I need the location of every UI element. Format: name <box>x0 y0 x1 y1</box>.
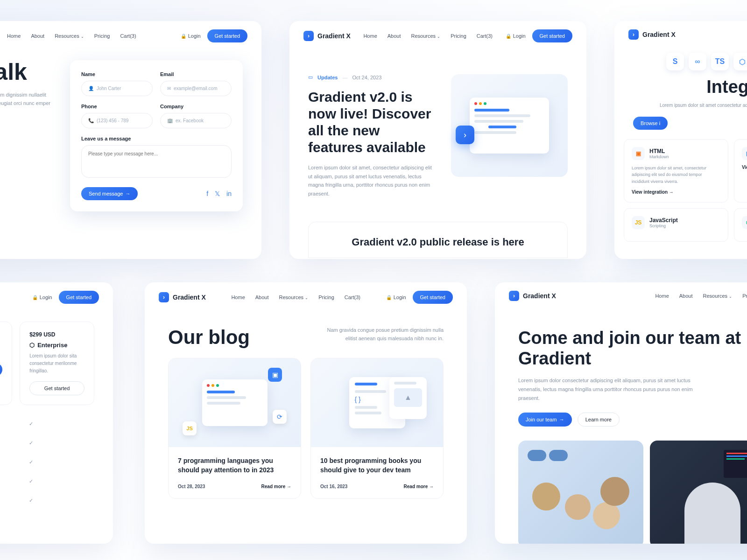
user-icon: 👤 <box>88 86 94 91</box>
phone-label: Phone <box>81 104 153 109</box>
plan-price: $299 USD <box>29 331 85 338</box>
plan-desc: fringillao vel. <box>0 342 2 357</box>
login-link[interactable]: 🔒Login <box>181 33 201 39</box>
learn-more-button[interactable]: Learn more <box>578 413 620 427</box>
contact-desc: posuere pretium dignissim nullaelit uada… <box>0 91 51 116</box>
update-title: Gradient v2.0 is now live! Discover all … <box>308 89 437 156</box>
contact-phone-label: l <box>0 147 51 153</box>
read-more-link[interactable]: Read more <box>261 484 291 489</box>
chevron-down-icon <box>729 294 732 299</box>
phone-icon: 📞 <box>88 118 94 123</box>
nav-about[interactable]: About <box>679 293 693 299</box>
nav-home[interactable]: Home <box>231 294 245 300</box>
blog-illustration: ▣ JS ⟳ <box>169 358 301 447</box>
twitter-icon[interactable]: 𝕏 <box>215 190 220 197</box>
nav-resources[interactable]: Resources <box>411 33 441 39</box>
integrations-desc: Lorem ipsum dolor sit amet consectetur a… <box>633 102 747 109</box>
node-icon: ⬡ <box>742 216 747 229</box>
nav-pricing[interactable]: Pricing <box>94 33 110 39</box>
chevron-down-icon <box>305 296 308 300</box>
css-icon: ▣ <box>742 147 747 160</box>
get-started-button[interactable]: Get started <box>413 291 453 304</box>
nav: ›Gradient X Home About Resourc <box>614 21 747 48</box>
login-link[interactable]: 🔒Login <box>32 294 52 300</box>
login-link[interactable]: 🔒Login <box>506 33 526 39</box>
read-more-link[interactable]: Read more <box>404 484 434 489</box>
send-message-button[interactable]: Send message <box>81 187 138 200</box>
logo-icon: › <box>628 29 639 40</box>
nav-cart[interactable]: Cart(3) <box>120 33 136 39</box>
nav-about[interactable]: About <box>31 33 44 39</box>
python-badge-icon: ⟳ <box>273 410 287 424</box>
logo[interactable]: ›Gradient X <box>303 31 351 41</box>
building-icon: 🏢 <box>167 118 173 123</box>
nav: ›Gradient X Home About Resources Pricing… <box>495 282 747 309</box>
update-desc: Lorem ipsum dolor sit amet, consectetur … <box>308 163 437 198</box>
blog-post-card[interactable]: ▣ JS ⟳ 7 programming languages you shoul… <box>168 358 301 499</box>
nav-home[interactable]: Home <box>363 33 377 39</box>
facebook-icon[interactable]: f <box>206 190 208 197</box>
email-input[interactable]: ✉example@email.com <box>160 81 232 96</box>
blog-post-title: 10 best programming books you should giv… <box>320 456 434 475</box>
feature-check: ✓ <box>0 472 94 491</box>
blog-post-date: Oct 16, 2023 <box>320 484 347 489</box>
nav-pricing[interactable]: Pricing <box>742 293 747 299</box>
feature-check: ✓ <box>0 414 94 434</box>
get-started-button[interactable]: Get started <box>207 29 247 42</box>
nav: ›Gradient X Home About Resources Pricing… <box>289 21 586 51</box>
ts-icon: TS <box>711 53 729 70</box>
logo[interactable]: ›Gradient X <box>159 292 206 302</box>
nav-about[interactable]: About <box>388 33 401 39</box>
nav-home[interactable]: Home <box>655 293 669 299</box>
mail-icon: ✉ <box>167 86 171 91</box>
integration-card-css[interactable]: ▣ CSSVisual View integratio <box>734 139 747 203</box>
lock-icon: 🔒 <box>506 34 511 39</box>
email-label: Email <box>160 71 232 77</box>
join-team-button[interactable]: Join our team <box>518 413 572 427</box>
phone-input[interactable]: 📞(123) 456 - 789 <box>81 113 153 128</box>
name-input[interactable]: 👤John Carter <box>81 81 153 96</box>
integration-card-js[interactable]: JS JavaScriptScripting <box>624 208 728 242</box>
blog-page-card: ›Gradient X Home About Resources Pricing… <box>145 282 467 544</box>
update-illustration: › <box>451 74 568 177</box>
nav-cart[interactable]: Cart(3) <box>345 294 360 300</box>
plan-name-s: s <box>0 331 2 338</box>
get-started-button[interactable]: Get started <box>59 291 99 304</box>
nav-pricing[interactable]: Pricing <box>451 33 466 39</box>
nav-home[interactable]: Home <box>7 33 21 39</box>
blog-title: Our blog <box>168 326 250 349</box>
get-started-plan-button[interactable]: Get started <box>29 381 85 395</box>
message-input[interactable] <box>81 145 232 178</box>
select-plan-button[interactable]: d <box>0 363 2 376</box>
company-input[interactable]: 🏢ex. Facebook <box>160 113 232 128</box>
folder-icon: ▭ <box>308 74 313 80</box>
contact-title: s talk <box>0 60 51 84</box>
integration-card-html[interactable]: ▣ HTMLMarkdown Lorem ipsum dolor sit ame… <box>624 139 728 203</box>
login-link[interactable]: 🔒Login <box>386 294 406 300</box>
svelte-icon: S <box>666 53 684 70</box>
nav-cart[interactable]: Cart(3) <box>477 33 493 39</box>
team-photo <box>518 441 643 544</box>
logo[interactable]: ›Gradient X <box>628 29 676 40</box>
nav-about[interactable]: About <box>255 294 269 300</box>
react-icon: ⬡ <box>733 53 747 70</box>
nav-resources[interactable]: Resources <box>55 33 84 39</box>
browse-integrations-button[interactable]: Browse i <box>633 117 668 130</box>
team-title: Come and join our team at Gradient <box>518 328 747 369</box>
go-icon: ∞ <box>689 53 706 70</box>
view-integration-link[interactable]: View integration <box>632 189 720 195</box>
get-started-button[interactable]: Get started <box>532 29 572 42</box>
integrations-page-card: ›Gradient X Home About Resourc S ∞ TS ⬡ … <box>614 21 747 259</box>
logo[interactable]: ›Gradient X <box>509 291 556 301</box>
view-integration-link[interactable]: View integratio <box>742 165 747 170</box>
linkedin-icon[interactable]: in <box>226 190 232 197</box>
integration-card-node[interactable]: ⬡ NodeScriptin <box>734 208 747 242</box>
logo-icon: › <box>159 292 169 302</box>
update-tag: Updates <box>317 75 338 80</box>
contact-page-card: Home About Resources Pricing Cart(3) 🔒Lo… <box>0 21 261 259</box>
nav-resources[interactable]: Resources <box>279 294 309 300</box>
nav-pricing[interactable]: Pricing <box>318 294 334 300</box>
nav-resources[interactable]: Resources <box>703 293 733 299</box>
team-desc: Lorem ipsum dolor consectetur adipiscing… <box>518 376 705 402</box>
blog-post-card[interactable]: { } ▲ 10 best programming books you shou… <box>310 358 444 499</box>
